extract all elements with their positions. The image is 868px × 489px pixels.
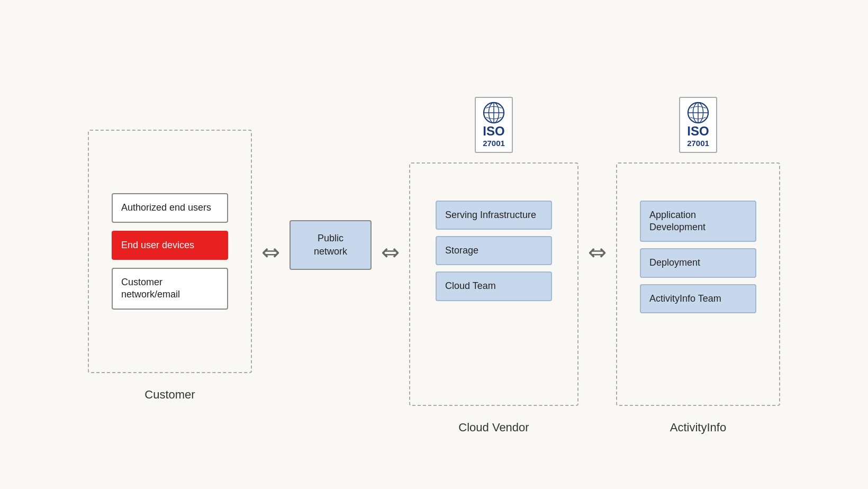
- deployment-box: Deployment: [640, 248, 756, 277]
- serving-infrastructure-label: Serving Infrastructure: [445, 210, 536, 220]
- storage-box: Storage: [436, 236, 552, 265]
- customer-zone-wrapper: Authorized end users End user devices Cu…: [88, 130, 252, 402]
- arrow-left: ⇔: [252, 239, 290, 265]
- cloud-team-label: Cloud Team: [445, 280, 496, 291]
- customer-zone-label: Customer: [144, 388, 195, 402]
- cloud-vendor-zone-wrapper: ISO 27001 Serving Infrastructure Storage…: [409, 97, 578, 434]
- cloud-vendor-iso-text: ISO: [483, 124, 504, 138]
- cloud-vendor-globe-icon: [482, 101, 505, 124]
- application-development-label: Application Development: [649, 210, 706, 232]
- authorized-end-users-box: Authorized end users: [112, 193, 228, 222]
- customer-network-box: Customer network/email: [112, 268, 228, 310]
- cloud-vendor-iso-num: 27001: [483, 139, 505, 148]
- activityinfo-team-label: ActivityInfo Team: [649, 293, 721, 304]
- arrow-middle: ⇔: [578, 239, 616, 265]
- activityinfo-iso: ISO 27001: [679, 97, 717, 152]
- public-network-wrapper: Public network: [290, 220, 372, 311]
- activityinfo-zone-wrapper: ISO 27001 Application Development Deploy…: [616, 97, 780, 434]
- activityinfo-globe-icon: [686, 101, 710, 124]
- storage-label: Storage: [445, 245, 478, 256]
- public-network-label: Public network: [314, 233, 347, 257]
- activityinfo-team-box: ActivityInfo Team: [640, 284, 756, 313]
- cloud-vendor-zone-label: Cloud Vendor: [458, 421, 529, 434]
- public-network-box: Public network: [290, 220, 372, 270]
- end-user-devices-label: End user devices: [121, 240, 194, 250]
- arrow-right: ⇔: [372, 239, 409, 265]
- activityinfo-zone-label: ActivityInfo: [670, 421, 726, 434]
- authorized-end-users-label: Authorized end users: [121, 202, 211, 213]
- cloud-vendor-iso: ISO 27001: [475, 97, 513, 152]
- end-user-devices-box: End user devices: [112, 231, 228, 260]
- cloud-vendor-zone: Serving Infrastructure Storage Cloud Tea…: [409, 162, 578, 406]
- activityinfo-zone: Application Development Deployment Activ…: [616, 162, 780, 406]
- serving-infrastructure-box: Serving Infrastructure: [436, 201, 552, 230]
- activityinfo-iso-num: 27001: [687, 139, 709, 148]
- application-development-box: Application Development: [640, 201, 756, 242]
- activityinfo-iso-text: ISO: [687, 124, 709, 138]
- cloud-team-box: Cloud Team: [436, 271, 552, 301]
- diagram: Authorized end users End user devices Cu…: [88, 97, 780, 434]
- cloud-vendor-iso-badge: ISO 27001: [475, 97, 513, 152]
- customer-network-label: Customer network/email: [121, 277, 180, 300]
- deployment-label: Deployment: [649, 257, 700, 268]
- customer-zone: Authorized end users End user devices Cu…: [88, 130, 252, 373]
- activityinfo-iso-badge: ISO 27001: [679, 97, 717, 152]
